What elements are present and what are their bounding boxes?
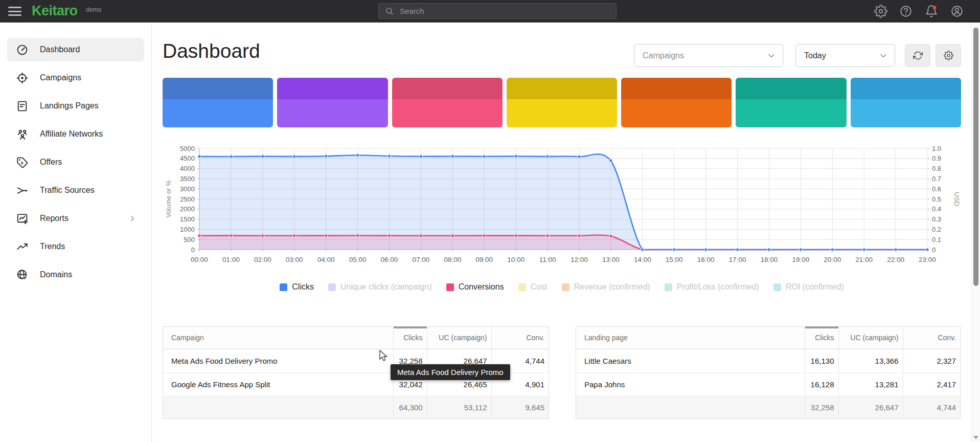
sidebar-item-label: Trends	[40, 242, 65, 251]
metric-card-clicks[interactable]	[163, 78, 273, 127]
column-header-uc-campaign[interactable]: UC (campaign)	[838, 327, 903, 349]
keitaro-logo[interactable]: Keitaro	[32, 3, 78, 19]
svg-text:0.8: 0.8	[932, 165, 941, 172]
total-cell: 64,300	[393, 396, 427, 418]
chevron-down-icon	[878, 51, 888, 61]
row-name-cell[interactable]: Papa Johns	[576, 372, 805, 396]
metric-card-conversions[interactable]	[392, 78, 503, 127]
legend-label: Clicks	[292, 282, 314, 292]
refresh-button[interactable]	[905, 44, 930, 67]
column-header-clicks[interactable]: Clicks	[393, 327, 427, 349]
dashboard-settings-button[interactable]	[936, 44, 961, 67]
sidebar-item-dashboard[interactable]: Dashboard	[7, 38, 144, 61]
svg-text:07:00: 07:00	[412, 256, 429, 263]
row-name-cell[interactable]: Meta Ads Food Delivery Promo	[163, 349, 393, 372]
document-icon	[16, 100, 29, 113]
sidebar-item-traffic-sources[interactable]: Traffic Sources	[7, 179, 144, 202]
metric-card-label	[736, 78, 846, 99]
account-icon[interactable]	[950, 5, 964, 18]
svg-text:0.9: 0.9	[932, 154, 941, 162]
global-search[interactable]	[378, 3, 617, 19]
column-header-clicks[interactable]: Clicks	[805, 327, 838, 349]
svg-text:$: $	[21, 161, 24, 165]
settings-icon[interactable]	[874, 5, 887, 18]
grouping-select[interactable]: Campaigns	[634, 44, 783, 67]
row-name-cell[interactable]: Little Caesars	[576, 349, 805, 372]
legend-label: Revenue (confirmed)	[574, 282, 650, 292]
sidebar-item-landings-pages[interactable]: Landings Pages	[7, 94, 144, 118]
total-cell: 26,647	[838, 396, 903, 418]
topbar: Keitaro demo	[0, 0, 980, 23]
column-header-landing-page[interactable]: Landing page	[576, 327, 805, 349]
legend-label: Cost	[531, 282, 548, 292]
row-tooltip: Meta Ads Food Delivery Promo	[391, 364, 510, 380]
hamburger-menu-button[interactable]	[8, 6, 21, 17]
metric-card-profit-loss-confirmed[interactable]	[736, 78, 846, 127]
gauge-icon	[16, 43, 29, 56]
sidebar-item-label: Dashboard	[40, 45, 80, 54]
search-icon	[385, 7, 394, 15]
metric-card-unique-clicks-campaign[interactable]	[277, 78, 388, 127]
legend-item-profit-loss-confirmed[interactable]: Profit/Loss (confirmed)	[665, 282, 759, 292]
period-select[interactable]: Today	[795, 44, 895, 67]
metric-card-cost[interactable]	[507, 78, 617, 127]
traffic-chart[interactable]: 00:0001:0002:0003:0004:0005:0006:0007:00…	[163, 141, 961, 272]
metric-card-revenue-confirmed[interactable]	[621, 78, 732, 127]
svg-text:18:00: 18:00	[761, 256, 778, 263]
legend-chip	[446, 283, 454, 291]
legend-chip	[328, 283, 336, 291]
sidebar-item-domains[interactable]: Domains	[7, 263, 144, 286]
search-input[interactable]	[399, 6, 595, 16]
svg-text:1500: 1500	[180, 215, 195, 223]
metric-card-value	[736, 99, 846, 127]
svg-text:09:00: 09:00	[475, 256, 493, 263]
sidebar-item-reports[interactable]: Reports	[7, 207, 144, 230]
scrollbar-thumb[interactable]	[973, 28, 978, 286]
sidebar-item-trends[interactable]: Trends	[7, 235, 144, 258]
svg-text:14:00: 14:00	[634, 256, 651, 263]
total-cell	[163, 396, 393, 418]
metric-cards	[163, 78, 961, 127]
legend-item-roi-confirmed[interactable]: ROI (confirmed)	[773, 282, 844, 292]
env-label: demo	[86, 6, 101, 13]
table-row[interactable]: Little Caesars16,13013,3662,327	[576, 349, 960, 372]
metric-card-label	[621, 78, 732, 99]
sidebar-item-campaigns[interactable]: Campaigns	[7, 66, 144, 90]
sidebar-item-offers[interactable]: $ Offers	[7, 150, 144, 174]
column-header-conv[interactable]: Conv.	[903, 327, 960, 349]
table-row[interactable]: Papa Johns16,12813,2812,417	[576, 372, 960, 396]
notifications-bell-icon[interactable]	[925, 5, 938, 18]
metric-card-label	[277, 78, 388, 99]
row-name-cell[interactable]: Google Ads Fitness App Split	[163, 372, 393, 396]
svg-text:2000: 2000	[180, 205, 195, 213]
row-value-cell: 16,130	[805, 349, 838, 372]
column-header-conv[interactable]: Conv.	[491, 327, 549, 349]
svg-text:01:00: 01:00	[222, 256, 240, 263]
sidebar-item-label: Reports	[40, 214, 69, 223]
legend-item-unique-clicks-campaign[interactable]: Unique clicks (campaign)	[328, 282, 432, 292]
column-header-campaign[interactable]: Campaign	[163, 327, 393, 349]
scrollbar-down-arrow-icon[interactable]	[973, 436, 978, 439]
svg-text:11:00: 11:00	[539, 256, 556, 263]
total-cell	[576, 396, 805, 418]
legend-item-cost[interactable]: Cost	[518, 282, 548, 292]
landing-pages-table: Landing pageClicksUC (campaign)Conv.Litt…	[576, 326, 961, 419]
column-header-uc-campaign[interactable]: UC (campaign)	[427, 327, 491, 349]
total-cell: 32,258	[805, 396, 838, 418]
svg-text:3000: 3000	[180, 185, 195, 193]
legend-item-revenue-confirmed[interactable]: Revenue (confirmed)	[562, 282, 650, 292]
svg-text:19:00: 19:00	[792, 256, 809, 263]
svg-text:23:00: 23:00	[919, 256, 936, 263]
price-tag-icon: $	[16, 156, 29, 169]
sidebar-item-affiliate-networks[interactable]: Affiliate Networks	[7, 122, 144, 146]
metric-card-label	[163, 78, 273, 99]
legend-item-conversions[interactable]: Conversions	[446, 282, 504, 292]
target-icon	[16, 72, 29, 84]
page-scrollbar[interactable]	[971, 23, 980, 442]
legend-item-clicks[interactable]: Clicks	[280, 282, 314, 292]
metric-card-roi-confirmed[interactable]	[851, 78, 961, 127]
help-icon[interactable]	[899, 5, 913, 18]
legend-label: Profit/Loss (confirmed)	[677, 282, 759, 292]
people-icon	[16, 128, 29, 141]
svg-text:0.5: 0.5	[932, 195, 941, 203]
